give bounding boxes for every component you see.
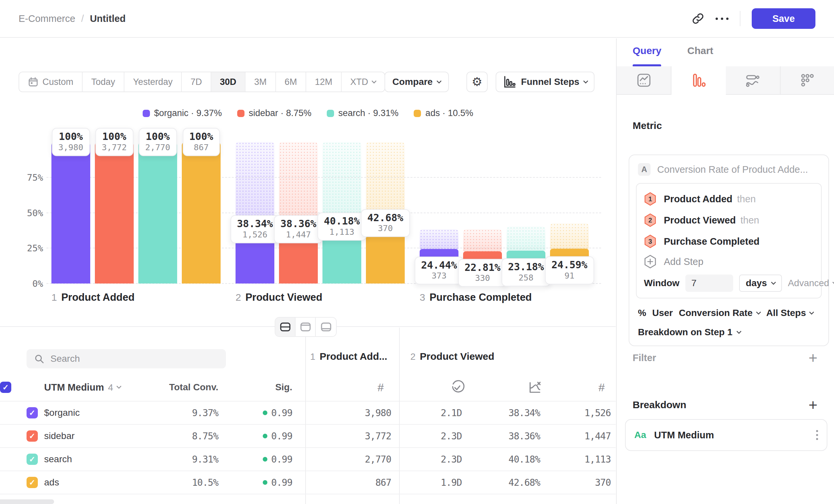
window-unit-select[interactable]: days	[739, 275, 782, 292]
range-today[interactable]: Today	[83, 72, 125, 92]
funnel-bar	[95, 142, 134, 283]
conversion-value: 38.36%	[509, 431, 540, 442]
more-menu-button[interactable]	[716, 18, 728, 20]
range-3m[interactable]: 3M	[245, 72, 276, 92]
kebab-menu-icon[interactable]	[816, 430, 818, 440]
row-checkbox[interactable]: ✓	[26, 407, 38, 418]
significance-dot	[263, 480, 267, 485]
filter-section: Filter +	[633, 350, 817, 365]
tab-insights[interactable]	[617, 66, 672, 95]
row-checkbox[interactable]: ✓	[26, 430, 38, 442]
breakdown-on-step-select[interactable]: Breakdown on Step 1	[636, 318, 822, 338]
hexagon-plus-icon	[644, 255, 657, 269]
range-xtd[interactable]: XTD	[342, 72, 385, 92]
tab-matrix[interactable]	[781, 66, 834, 95]
row-label: $organic	[44, 408, 80, 418]
chevron-down-icon	[756, 310, 761, 315]
metric-name-row[interactable]: A Conversion Rate of Product Adde...	[636, 163, 822, 183]
horizontal-scrollbar[interactable]	[0, 499, 54, 504]
metric-badge: A	[638, 163, 651, 176]
compare-button[interactable]: Compare	[385, 72, 449, 92]
window-label: Window	[644, 278, 679, 289]
total-conv-header[interactable]: Total Conv.	[169, 382, 218, 393]
range-30d[interactable]: 30D	[211, 72, 246, 92]
header-divider	[740, 11, 741, 26]
range-6m[interactable]: 6M	[276, 72, 307, 92]
y-axis-tick: 25%	[10, 243, 43, 253]
range-yesterday[interactable]: Yesterday	[125, 72, 182, 92]
table-row[interactable]: ✓ sidebar 8.75% 0.99 3,772 2.3D 38.36% 1…	[0, 424, 616, 447]
breakdown-column-header[interactable]: UTM Medium 4	[44, 382, 121, 393]
tab-query[interactable]: Query	[633, 45, 661, 56]
select-all-checkbox[interactable]: ✓	[0, 382, 11, 393]
tab-flows[interactable]	[726, 66, 781, 95]
breakdown-table-body: ✓ $organic 9.37% 0.99 3,980 2.1D 38.34% …	[0, 401, 616, 494]
total-conv-value: 9.31%	[192, 454, 218, 465]
chart-view-selector[interactable]: Funnel Steps	[496, 72, 594, 92]
layout-split-button[interactable]	[275, 318, 295, 336]
range-7d[interactable]: 7D	[182, 72, 211, 92]
step2-count: 1,113	[585, 454, 611, 465]
svg-text:3: 3	[648, 238, 652, 245]
svg-text:2: 2	[648, 216, 652, 224]
sig-header[interactable]: Sig.	[275, 382, 292, 393]
range-12m[interactable]: 12M	[306, 72, 342, 92]
top-header: E-Commerce / Untitled Save	[0, 0, 834, 38]
advanced-toggle[interactable]: Advanced	[788, 278, 834, 289]
step2-count: 1,526	[585, 408, 611, 418]
table-row[interactable]: ✓ $organic 9.37% 0.99 3,980 2.1D 38.34% …	[0, 401, 616, 424]
sig-value: 0.99	[271, 454, 292, 465]
table-row[interactable]: ✓ ads 10.5% 0.99 867 1.9D 42.68% 370	[0, 471, 616, 494]
conversion-value: 40.18%	[509, 454, 540, 465]
measure-scope-select[interactable]: All Steps	[766, 308, 814, 318]
breadcrumb-current[interactable]: Untitled	[90, 13, 126, 24]
link-icon	[692, 12, 704, 25]
ellipsis-icon	[716, 18, 728, 20]
funnel-bars-icon	[691, 73, 706, 88]
funnel-step-row[interactable]: 3 Purchase Completed	[644, 231, 814, 252]
layout-top-button[interactable]	[295, 318, 316, 336]
funnel-step-row[interactable]: 2 Product Viewedthen	[644, 210, 814, 231]
conversion-chart-icon[interactable]	[527, 380, 542, 395]
window-value-input[interactable]	[685, 275, 733, 292]
avg-time-icon[interactable]	[450, 380, 464, 395]
count-icon[interactable]: #	[377, 381, 384, 394]
add-breakdown-button[interactable]: +	[809, 397, 817, 412]
save-button[interactable]: Save	[752, 8, 815, 29]
count-icon[interactable]: #	[598, 381, 605, 394]
chevron-down-icon	[583, 78, 589, 84]
settings-button[interactable]: ⚙	[466, 72, 488, 92]
tab-chart[interactable]: Chart	[687, 45, 713, 56]
gear-icon: ⚙	[472, 75, 482, 89]
search-input[interactable]	[50, 353, 219, 364]
step1-count: 2,770	[365, 454, 391, 465]
breakdown-property-name: UTM Medium	[654, 430, 714, 441]
chevron-down-icon	[116, 384, 122, 389]
tab-funnel[interactable]	[672, 66, 726, 95]
avg-time-value: 2.3D	[441, 454, 462, 465]
layout-bottom-icon	[320, 321, 332, 333]
layout-bottom-button[interactable]	[316, 318, 336, 336]
breakdown-property-card[interactable]: Aa UTM Medium	[625, 419, 827, 451]
search-icon	[34, 353, 44, 364]
add-step-button[interactable]: Add Step	[644, 252, 814, 271]
measure-type-select[interactable]: Conversion Rate	[679, 308, 760, 318]
table-row[interactable]: ✓ search 9.31% 0.99 2,770 2.3D 40.18% 1,…	[0, 447, 616, 471]
share-link-button[interactable]	[692, 12, 704, 25]
step-axis-label: 2Product Viewed	[236, 292, 323, 303]
total-conv-value: 9.37%	[192, 408, 218, 418]
funnel-step-row[interactable]: 1 Product Addedthen	[644, 188, 814, 210]
row-checkbox[interactable]: ✓	[26, 454, 38, 465]
breadcrumb-separator: /	[81, 13, 84, 24]
row-label: search	[44, 454, 72, 464]
breadcrumb-parent[interactable]: E-Commerce	[19, 13, 75, 24]
measure-entity[interactable]: User	[652, 308, 673, 318]
bar-value-label: 23.18%258	[501, 258, 550, 287]
range-custom[interactable]: Custom	[19, 72, 83, 92]
add-filter-button[interactable]: +	[809, 350, 817, 365]
row-checkbox[interactable]: ✓	[26, 477, 38, 488]
step2-count: 1,447	[585, 431, 611, 442]
table-bottom-border	[0, 494, 616, 495]
bar-value-label: 38.34%1,526	[230, 215, 279, 244]
metric-section-title: Metric	[633, 120, 662, 131]
